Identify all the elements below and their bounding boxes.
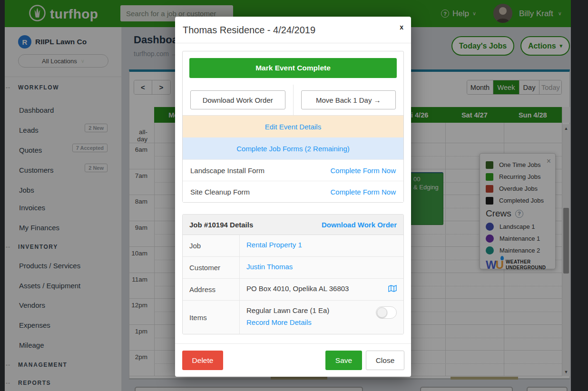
event-actions-panel: Mark Event Complete Download Work Order …	[182, 51, 404, 203]
modal-footer-divider	[175, 343, 411, 344]
job-details-title: Job #10194 Details	[189, 221, 253, 229]
complete-job-forms-band: Complete Job Forms (2 Remaining)	[183, 137, 403, 159]
job-details-header: Job #10194 Details Download Work Order	[183, 215, 403, 235]
modal-header-divider	[175, 43, 411, 43]
modal-close-icon[interactable]: x	[400, 23, 403, 31]
move-back-one-day-button[interactable]: Move Back 1 Day →	[301, 90, 396, 109]
map-icon[interactable]	[388, 285, 397, 293]
toggle-knob	[377, 307, 387, 318]
table-row-items: Items Regular Lawn Care (1 Ea) Record Mo…	[183, 301, 403, 334]
job-link[interactable]: Rental Property 1	[246, 241, 302, 249]
form-name: Site Cleanup Form	[190, 188, 250, 196]
edit-event-details-band: Edit Event Details	[183, 116, 403, 137]
form-row-site-cleanup: Site Cleanup Form Complete Form Now	[183, 181, 403, 202]
row-label: Address	[183, 279, 240, 300]
row-label: Customer	[183, 257, 240, 278]
download-work-order-link[interactable]: Download Work Order	[322, 221, 397, 229]
record-more-details-link[interactable]: Record More Details	[246, 318, 397, 326]
item-toggle[interactable]	[376, 306, 397, 319]
address-text: PO Box 4010, Opelika AL 36803	[246, 284, 349, 293]
mark-event-complete-button[interactable]: Mark Event Complete	[189, 58, 397, 78]
form-name: Landscape Install Form	[190, 166, 265, 175]
event-detail-modal: Thomas Residence - 4/24/2019 x Mark Even…	[175, 17, 411, 377]
complete-job-forms-link[interactable]: Complete Job Forms (2 Remaining)	[236, 145, 350, 153]
app-root: turfhop ? Help ∨ Billy Kraft ∨	[0, 0, 588, 391]
item-text: Regular Lawn Care (1 Ea)	[246, 306, 397, 314]
close-button[interactable]: Close	[366, 351, 404, 370]
complete-form-now-link[interactable]: Complete Form Now	[330, 166, 396, 175]
secondary-actions-row: Download Work Order Move Back 1 Day →	[183, 85, 403, 116]
table-row-address: Address PO Box 4010, Opelika AL 36803	[183, 279, 403, 301]
customer-link[interactable]: Justin Thomas	[246, 263, 293, 271]
modal-title: Thomas Residence - 4/24/2019	[183, 25, 315, 36]
save-button[interactable]: Save	[325, 351, 362, 370]
table-row-job: Job Rental Property 1	[183, 235, 403, 257]
move-back-cell: Move Back 1 Day →	[294, 85, 404, 115]
row-label: Job	[183, 235, 240, 256]
table-row-customer: Customer Justin Thomas	[183, 257, 403, 279]
edit-event-details-link[interactable]: Edit Event Details	[265, 123, 321, 131]
form-row-landscape-install: Landscape Install Form Complete Form Now	[183, 159, 403, 181]
row-label: Items	[183, 301, 240, 334]
download-cell: Download Work Order	[183, 85, 294, 115]
complete-form-now-link[interactable]: Complete Form Now	[330, 188, 396, 196]
download-work-order-button[interactable]: Download Work Order	[190, 90, 285, 109]
job-details-table: Job #10194 Details Download Work Order J…	[182, 214, 404, 334]
delete-button[interactable]: Delete	[182, 351, 223, 370]
